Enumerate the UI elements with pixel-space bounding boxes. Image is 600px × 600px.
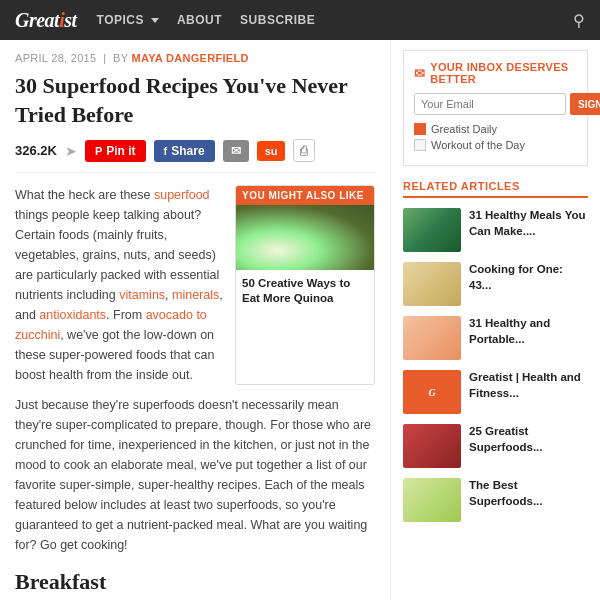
fb-label: Share — [171, 144, 204, 158]
related-thumb — [403, 424, 461, 468]
article-body-section: What the heck are these superfood things… — [15, 185, 375, 385]
vitamins-link[interactable]: vitamins — [119, 288, 165, 302]
mail-icon: ✉ — [414, 66, 425, 81]
su-icon: su — [265, 145, 278, 157]
facebook-share-button[interactable]: f Share — [154, 140, 215, 162]
related-item-title: 31 Healthy and Portable... — [469, 316, 588, 360]
greatist-daily-label: Greatist Daily — [431, 123, 497, 135]
workout-day-label: Workout of the Day — [431, 139, 525, 151]
related-thumb — [403, 478, 461, 522]
article-byline: APRIL 28, 2015 | BY MAYA DANGERFIELD — [15, 52, 375, 64]
pin-label: Pin it — [106, 144, 135, 158]
related-item-title: The Best Superfoods... — [469, 478, 588, 522]
workout-day-row: Workout of the Day — [414, 139, 577, 151]
site-logo[interactable]: Greatist — [15, 9, 77, 32]
main-nav: TOPICS ABOUT SUBSCRIBE — [97, 13, 553, 27]
main-wrapper: APRIL 28, 2015 | BY MAYA DANGERFIELD 30 … — [0, 40, 600, 600]
pin-button[interactable]: P Pin it — [85, 140, 146, 162]
related-item[interactable]: The Best Superfoods... — [403, 478, 588, 522]
email-signup-widget: ✉ YOUR INBOX DESERVES BETTER SIGN ME UP!… — [403, 50, 588, 166]
stumbleupon-button[interactable]: su — [257, 141, 286, 161]
fb-icon: f — [164, 145, 168, 157]
article-content: APRIL 28, 2015 | BY MAYA DANGERFIELD 30 … — [0, 40, 390, 600]
nav-subscribe[interactable]: SUBSCRIBE — [240, 13, 315, 27]
related-articles-title: RELATED ARTICLES — [403, 180, 588, 198]
related-item[interactable]: 31 Healthy and Portable... — [403, 316, 588, 360]
related-item-title: 31 Healthy Meals You Can Make.... — [469, 208, 588, 252]
signup-title: ✉ YOUR INBOX DESERVES BETTER — [414, 61, 577, 85]
print-icon: ⎙ — [300, 143, 308, 158]
ymal-image-content — [236, 205, 374, 270]
logo-text: Great — [15, 9, 59, 31]
antioxidants-link[interactable]: antioxidants — [39, 308, 106, 322]
print-button[interactable]: ⎙ — [293, 139, 315, 162]
signup-button[interactable]: SIGN ME UP! — [570, 93, 600, 115]
topics-arrow-icon — [151, 18, 159, 23]
minerals-link[interactable]: minerals — [172, 288, 219, 302]
ymal-header: YOU MIGHT ALSO LIKE — [236, 186, 374, 205]
breakfast-heading: Breakfast — [15, 565, 375, 595]
related-thumb: G — [403, 370, 461, 414]
share-count: 326.2K — [15, 143, 57, 158]
related-thumb — [403, 208, 461, 252]
site-header: Greatist TOPICS ABOUT SUBSCRIBE ⚲ — [0, 0, 600, 40]
article-author[interactable]: MAYA DANGERFIELD — [131, 52, 248, 64]
share-row: 326.2K ➤ P Pin it f Share ✉ su ⎙ — [15, 139, 375, 173]
article-text-p2: Just because they're superfoods doesn't … — [15, 395, 375, 555]
logo-text2: st — [64, 9, 76, 31]
email-icon: ✉ — [231, 144, 241, 158]
related-thumb — [403, 316, 461, 360]
search-icon[interactable]: ⚲ — [573, 11, 585, 30]
ymal-image — [236, 205, 374, 270]
related-item-title: Greatist | Health and Fitness... — [469, 370, 588, 414]
related-item[interactable]: Cooking for One: 43... — [403, 262, 588, 306]
superfood-link[interactable]: superfood — [154, 188, 210, 202]
nav-about[interactable]: ABOUT — [177, 13, 222, 27]
sidebar: ✉ YOUR INBOX DESERVES BETTER SIGN ME UP!… — [390, 40, 600, 600]
email-share-button[interactable]: ✉ — [223, 140, 249, 162]
article-title: 30 Superfood Recipes You've Never Tried … — [15, 72, 375, 129]
related-item[interactable]: 31 Healthy Meals You Can Make.... — [403, 208, 588, 252]
article-text-p1: What the heck are these superfood things… — [15, 185, 225, 385]
share-icon: ➤ — [65, 143, 77, 159]
greatist-daily-checkbox[interactable] — [414, 123, 426, 135]
workout-day-checkbox[interactable] — [414, 139, 426, 151]
signup-title-text: YOUR INBOX DESERVES BETTER — [430, 61, 577, 85]
email-input[interactable] — [414, 93, 566, 115]
related-item[interactable]: G Greatist | Health and Fitness... — [403, 370, 588, 414]
related-item-title: 25 Greatist Superfoods... — [469, 424, 588, 468]
related-item[interactable]: 25 Greatist Superfoods... — [403, 424, 588, 468]
nav-topics[interactable]: TOPICS — [97, 13, 159, 27]
pin-icon: P — [95, 145, 102, 157]
related-thumb — [403, 262, 461, 306]
article-date: APRIL 28, 2015 — [15, 52, 96, 64]
email-input-row: SIGN ME UP! — [414, 93, 577, 115]
ymal-box: YOU MIGHT ALSO LIKE 50 Creative Ways to … — [235, 185, 375, 385]
related-item-title: Cooking for One: 43... — [469, 262, 588, 306]
greatist-daily-row: Greatist Daily — [414, 123, 577, 135]
ymal-caption[interactable]: 50 Creative Ways to Eat More Quinoa — [236, 270, 374, 312]
